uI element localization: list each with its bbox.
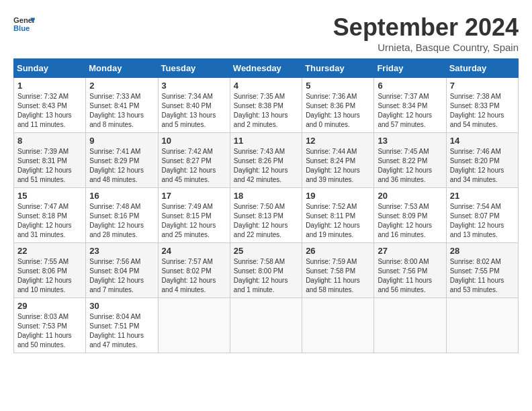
- day-number: 5: [306, 81, 370, 91]
- day-number: 19: [306, 191, 370, 201]
- calendar-day-cell: 22Sunrise: 7:55 AMSunset: 8:06 PMDayligh…: [14, 243, 86, 298]
- calendar-week-5: 29Sunrise: 8:03 AMSunset: 7:53 PMDayligh…: [14, 298, 519, 353]
- day-number: 17: [162, 191, 226, 201]
- calendar-day-cell: 24Sunrise: 7:57 AMSunset: 8:02 PMDayligh…: [158, 243, 230, 298]
- day-info: Sunrise: 7:36 AMSunset: 8:36 PMDaylight:…: [306, 93, 360, 128]
- day-info: Sunrise: 7:33 AMSunset: 8:41 PMDaylight:…: [89, 93, 144, 128]
- calendar-day-cell: 19Sunrise: 7:52 AMSunset: 8:11 PMDayligh…: [302, 188, 374, 243]
- weekday-header-row: SundayMondayTuesdayWednesdayThursdayFrid…: [14, 59, 519, 78]
- calendar-day-cell: 21Sunrise: 7:54 AMSunset: 8:07 PMDayligh…: [446, 188, 518, 243]
- calendar-day-cell: 29Sunrise: 8:03 AMSunset: 7:53 PMDayligh…: [14, 298, 86, 353]
- day-info: Sunrise: 8:03 AMSunset: 7:53 PMDaylight:…: [17, 313, 72, 349]
- calendar-day-cell: [230, 298, 302, 353]
- day-number: 9: [89, 136, 154, 146]
- calendar-week-3: 15Sunrise: 7:47 AMSunset: 8:18 PMDayligh…: [14, 188, 519, 243]
- day-number: 27: [378, 246, 442, 256]
- calendar-day-cell: 3Sunrise: 7:34 AMSunset: 8:40 PMDaylight…: [158, 78, 230, 133]
- calendar-table: SundayMondayTuesdayWednesdayThursdayFrid…: [13, 58, 519, 353]
- calendar-day-cell: 13Sunrise: 7:45 AMSunset: 8:22 PMDayligh…: [374, 133, 446, 188]
- day-info: Sunrise: 7:50 AMSunset: 8:13 PMDaylight:…: [234, 203, 288, 238]
- calendar-day-cell: 27Sunrise: 8:00 AMSunset: 7:56 PMDayligh…: [374, 243, 446, 298]
- calendar-day-cell: 1Sunrise: 7:32 AMSunset: 8:43 PMDaylight…: [14, 78, 86, 133]
- day-number: 30: [89, 301, 154, 311]
- calendar-day-cell: 5Sunrise: 7:36 AMSunset: 8:36 PMDaylight…: [302, 78, 374, 133]
- calendar-day-cell: 20Sunrise: 7:53 AMSunset: 8:09 PMDayligh…: [374, 188, 446, 243]
- calendar-day-cell: 9Sunrise: 7:41 AMSunset: 8:29 PMDaylight…: [86, 133, 158, 188]
- day-info: Sunrise: 7:56 AMSunset: 8:04 PMDaylight:…: [89, 258, 144, 293]
- logo: General Blue: [13, 13, 35, 35]
- calendar-day-cell: 26Sunrise: 7:59 AMSunset: 7:58 PMDayligh…: [302, 243, 374, 298]
- calendar-day-cell: 12Sunrise: 7:44 AMSunset: 8:24 PMDayligh…: [302, 133, 374, 188]
- day-info: Sunrise: 7:41 AMSunset: 8:29 PMDaylight:…: [89, 148, 144, 183]
- day-number: 3: [162, 81, 226, 91]
- day-info: Sunrise: 7:44 AMSunset: 8:24 PMDaylight:…: [306, 148, 360, 183]
- day-number: 26: [306, 246, 370, 256]
- calendar-day-cell: 7Sunrise: 7:38 AMSunset: 8:33 PMDaylight…: [446, 78, 518, 133]
- day-info: Sunrise: 7:57 AMSunset: 8:02 PMDaylight:…: [162, 258, 216, 293]
- calendar-day-cell: [158, 298, 230, 353]
- day-number: 6: [378, 81, 442, 91]
- day-info: Sunrise: 7:42 AMSunset: 8:27 PMDaylight:…: [162, 148, 216, 183]
- day-info: Sunrise: 8:02 AMSunset: 7:55 PMDaylight:…: [450, 258, 504, 293]
- calendar-day-cell: 17Sunrise: 7:49 AMSunset: 8:15 PMDayligh…: [158, 188, 230, 243]
- calendar-day-cell: 10Sunrise: 7:42 AMSunset: 8:27 PMDayligh…: [158, 133, 230, 188]
- calendar-day-cell: [374, 298, 446, 353]
- calendar-week-4: 22Sunrise: 7:55 AMSunset: 8:06 PMDayligh…: [14, 243, 519, 298]
- calendar-week-1: 1Sunrise: 7:32 AMSunset: 8:43 PMDaylight…: [14, 78, 519, 133]
- day-info: Sunrise: 7:38 AMSunset: 8:33 PMDaylight:…: [450, 93, 504, 128]
- logo-icon: General Blue: [13, 13, 35, 35]
- day-info: Sunrise: 7:52 AMSunset: 8:11 PMDaylight:…: [306, 203, 360, 238]
- day-info: Sunrise: 8:00 AMSunset: 7:56 PMDaylight:…: [378, 258, 432, 293]
- location-subtitle: Urnieta, Basque Country, Spain: [333, 42, 519, 53]
- month-title: September 2024: [333, 13, 519, 42]
- day-number: 13: [378, 136, 442, 146]
- day-number: 25: [234, 246, 298, 256]
- calendar-day-cell: [446, 298, 518, 353]
- day-info: Sunrise: 7:46 AMSunset: 8:20 PMDaylight:…: [450, 148, 504, 183]
- calendar-day-cell: 28Sunrise: 8:02 AMSunset: 7:55 PMDayligh…: [446, 243, 518, 298]
- day-number: 24: [162, 246, 226, 256]
- weekday-header-monday: Monday: [86, 59, 158, 78]
- day-number: 2: [89, 81, 154, 91]
- day-info: Sunrise: 7:55 AMSunset: 8:06 PMDaylight:…: [17, 258, 72, 293]
- day-number: 8: [17, 136, 82, 146]
- weekday-header-friday: Friday: [374, 59, 446, 78]
- day-info: Sunrise: 7:43 AMSunset: 8:26 PMDaylight:…: [234, 148, 288, 183]
- day-number: 22: [17, 246, 82, 256]
- day-number: 16: [89, 191, 154, 201]
- day-info: Sunrise: 7:49 AMSunset: 8:15 PMDaylight:…: [162, 203, 216, 238]
- page-header: General Blue September 2024 Urnieta, Bas…: [13, 13, 519, 53]
- day-info: Sunrise: 7:53 AMSunset: 8:09 PMDaylight:…: [378, 203, 432, 238]
- svg-text:General: General: [13, 16, 35, 24]
- day-info: Sunrise: 7:54 AMSunset: 8:07 PMDaylight:…: [450, 203, 504, 238]
- day-number: 20: [378, 191, 442, 201]
- svg-text:Blue: Blue: [13, 24, 30, 32]
- day-number: 1: [17, 81, 82, 91]
- calendar-day-cell: 18Sunrise: 7:50 AMSunset: 8:13 PMDayligh…: [230, 188, 302, 243]
- day-info: Sunrise: 7:32 AMSunset: 8:43 PMDaylight:…: [17, 93, 72, 128]
- day-info: Sunrise: 7:48 AMSunset: 8:16 PMDaylight:…: [89, 203, 144, 238]
- calendar-day-cell: 30Sunrise: 8:04 AMSunset: 7:51 PMDayligh…: [86, 298, 158, 353]
- calendar-day-cell: 8Sunrise: 7:39 AMSunset: 8:31 PMDaylight…: [14, 133, 86, 188]
- day-number: 12: [306, 136, 370, 146]
- day-number: 29: [17, 301, 82, 311]
- calendar-day-cell: [302, 298, 374, 353]
- weekday-header-thursday: Thursday: [302, 59, 374, 78]
- calendar-day-cell: 23Sunrise: 7:56 AMSunset: 8:04 PMDayligh…: [86, 243, 158, 298]
- calendar-day-cell: 4Sunrise: 7:35 AMSunset: 8:38 PMDaylight…: [230, 78, 302, 133]
- day-info: Sunrise: 8:04 AMSunset: 7:51 PMDaylight:…: [89, 313, 144, 349]
- day-info: Sunrise: 7:59 AMSunset: 7:58 PMDaylight:…: [306, 258, 360, 293]
- weekday-header-tuesday: Tuesday: [158, 59, 230, 78]
- day-number: 15: [17, 191, 82, 201]
- calendar-day-cell: 2Sunrise: 7:33 AMSunset: 8:41 PMDaylight…: [86, 78, 158, 133]
- title-block: September 2024 Urnieta, Basque Country, …: [333, 13, 519, 53]
- day-number: 14: [450, 136, 515, 146]
- day-info: Sunrise: 7:47 AMSunset: 8:18 PMDaylight:…: [17, 203, 72, 238]
- weekday-header-wednesday: Wednesday: [230, 59, 302, 78]
- calendar-day-cell: 15Sunrise: 7:47 AMSunset: 8:18 PMDayligh…: [14, 188, 86, 243]
- day-number: 11: [234, 136, 298, 146]
- weekday-header-saturday: Saturday: [446, 59, 518, 78]
- calendar-day-cell: 11Sunrise: 7:43 AMSunset: 8:26 PMDayligh…: [230, 133, 302, 188]
- calendar-day-cell: 6Sunrise: 7:37 AMSunset: 8:34 PMDaylight…: [374, 78, 446, 133]
- day-info: Sunrise: 7:34 AMSunset: 8:40 PMDaylight:…: [162, 93, 216, 128]
